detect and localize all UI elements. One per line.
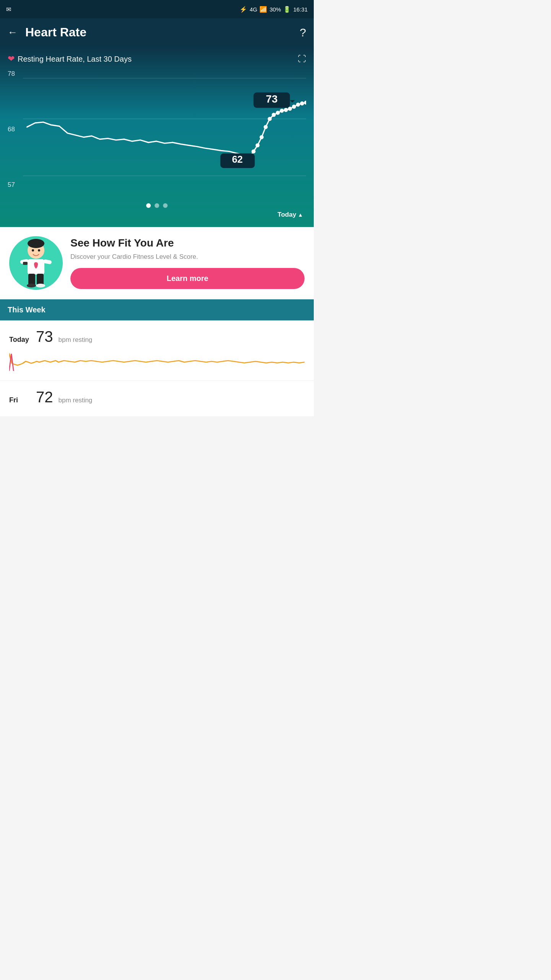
svg-point-11 [284,108,288,112]
today-day-label: Today [9,336,32,344]
learn-more-button[interactable]: Learn more [70,268,305,289]
svg-point-6 [264,125,268,129]
fitness-card-title: See How Fit You Are [70,237,305,249]
svg-point-3 [251,149,256,154]
svg-point-16 [304,101,306,105]
svg-point-7 [268,117,272,121]
fitness-card: See How Fit You Are Discover your Cardio… [0,227,314,299]
svg-point-15 [300,101,304,106]
battery-icon: 🔋 [283,6,291,13]
chart-svg: 73 62 [23,70,306,200]
today-bpm-value: 73 [36,328,53,345]
fri-day-label: Fri [9,396,32,404]
today-arrow-icon: ▲ [298,212,303,218]
mail-icon: ✉ [6,6,11,13]
fitness-card-desc: Discover your Cardio Fitness Level & Sco… [70,252,305,261]
status-bar: ✉ ⚡ 4G 📶 30% 🔋 16:31 [0,0,314,18]
today-bpm-unit: bpm resting [59,336,93,344]
svg-point-33 [36,284,45,287]
signal-icon: 📶 [259,6,267,13]
svg-text:73: 73 [266,93,278,105]
dot-2[interactable] [155,203,159,208]
today-text: Today [277,211,296,219]
bluetooth-icon: ⚡ [240,6,247,13]
week-section-header: This Week [0,299,314,320]
chart-container: 78 68 57 [8,70,306,200]
fitness-avatar [9,236,63,290]
back-button[interactable]: ← [8,26,18,38]
fitness-content: See How Fit You Are Discover your Cardio… [70,237,305,289]
pagination-dots [8,200,306,209]
chart-y-labels: 78 68 57 [8,70,23,200]
today-mini-chart [9,350,305,374]
chart-section: ❤ Resting Heart Rate, Last 30 Days ⛶ 78 … [0,46,314,227]
svg-point-9 [276,111,280,115]
svg-point-8 [272,113,276,117]
status-bar-left: ✉ [6,6,236,13]
fri-bpm-value: 72 [36,389,53,406]
fri-bpm-unit: bpm resting [59,397,93,404]
svg-point-32 [27,284,36,287]
header: ← Heart Rate ? [0,18,314,46]
fri-entry: Fri 72 bpm resting [0,381,314,417]
svg-text:62: 62 [232,154,243,165]
y-label-bot: 57 [8,181,23,189]
dot-1[interactable] [146,203,151,208]
expand-icon[interactable]: ⛶ [298,54,306,64]
chart-subtitle: Resting Heart Rate, Last 30 Days [18,55,132,64]
chart-header: ❤ Resting Heart Rate, Last 30 Days ⛶ [8,54,306,64]
fri-day-row: Fri 72 bpm resting [9,389,305,406]
heart-icon: ❤ [8,54,15,64]
help-button[interactable]: ? [300,26,306,39]
today-row: Today ▲ [8,209,306,223]
svg-point-4 [256,143,260,147]
y-label-mid: 68 [8,126,23,133]
svg-point-24 [32,249,34,252]
svg-point-10 [280,109,284,113]
svg-marker-19 [290,100,295,103]
y-label-top: 78 [8,70,23,78]
svg-rect-31 [37,274,44,285]
today-entry: Today 73 bpm resting [0,320,314,381]
today-day-row: Today 73 bpm resting [9,328,305,345]
today-label: Today ▲ [277,211,303,219]
svg-rect-30 [28,274,35,285]
svg-point-14 [296,103,300,107]
svg-rect-29 [23,262,28,265]
network-label: 4G [249,6,257,13]
svg-point-13 [292,105,296,109]
dot-3[interactable] [163,203,168,208]
page-title: Heart Rate [25,25,300,39]
svg-point-25 [38,249,40,252]
chart-title: ❤ Resting Heart Rate, Last 30 Days [8,54,132,64]
status-icons: ⚡ 4G 📶 30% 🔋 16:31 [240,6,308,13]
clock-label: 16:31 [293,6,308,13]
svg-point-23 [28,239,44,248]
svg-point-5 [259,135,264,139]
battery-label: 30% [269,6,281,13]
